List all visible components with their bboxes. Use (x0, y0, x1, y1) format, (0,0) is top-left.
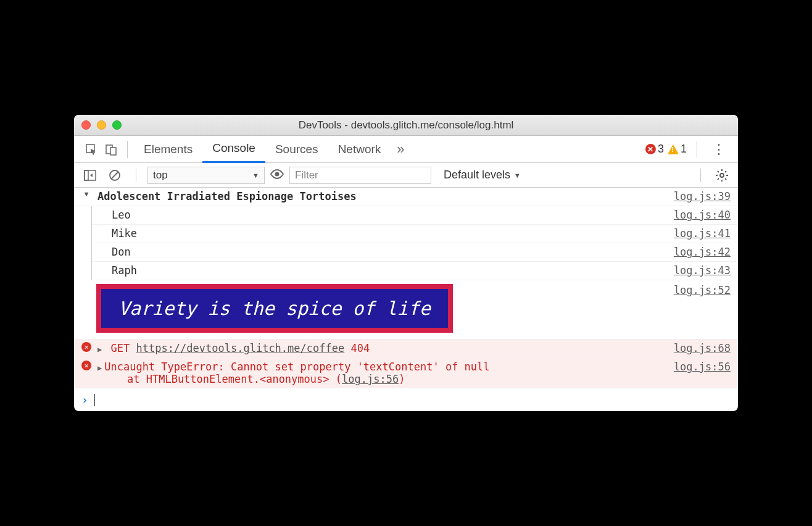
console-settings-icon[interactable] (712, 165, 732, 185)
levels-label: Default levels (444, 169, 510, 182)
log-message: Raph (109, 264, 666, 277)
console-toolbar: top ▼ Default levels ▼ (74, 163, 738, 188)
warning-count: 1 (681, 143, 687, 156)
log-message: Leo (109, 209, 666, 221)
prompt-caret-icon: › (81, 393, 88, 406)
window-title: DevTools - devtools.glitch.me/console/lo… (74, 119, 738, 132)
console-output: ▼ Adolescent Irradiated Espionage Tortoi… (74, 188, 738, 411)
log-levels-selector[interactable]: Default levels ▼ (444, 169, 521, 182)
text-cursor (94, 394, 95, 406)
divider (700, 169, 701, 182)
window-close-button[interactable] (81, 120, 91, 130)
window-titlebar: DevTools - devtools.glitch.me/console/lo… (74, 115, 738, 136)
console-log-row: Raph log.js:43 (92, 262, 738, 280)
tab-console[interactable]: Console (202, 136, 265, 163)
chevron-down-icon: ▼ (252, 172, 259, 179)
svg-rect-2 (110, 148, 116, 155)
tab-sources[interactable]: Sources (265, 136, 328, 163)
stack-suffix: ) (399, 373, 405, 385)
more-tabs-icon[interactable]: » (391, 140, 410, 159)
warning-count-badge[interactable]: 1 (668, 143, 687, 156)
error-message: ▶ GET https://devtools.glitch.me/coffee … (95, 342, 666, 354)
disclosure-triangle-icon[interactable]: ▶ (97, 345, 102, 354)
error-icon: ✕ (81, 361, 91, 370)
request-url[interactable]: https://devtools.glitch.me/coffee (136, 342, 344, 354)
divider (697, 141, 697, 158)
source-link[interactable]: log.js:40 (666, 209, 731, 221)
error-icon: ✕ (645, 144, 656, 154)
console-log-row: Leo log.js:40 (92, 206, 738, 225)
console-log-row: Mike log.js:41 (92, 225, 738, 243)
filter-input[interactable] (289, 167, 431, 184)
settings-menu-icon[interactable]: ⋮ (707, 141, 731, 157)
context-value: top (153, 169, 168, 182)
toggle-console-sidebar-icon[interactable] (80, 165, 100, 185)
error-icon: ✕ (81, 342, 91, 352)
source-link[interactable]: log.js:39 (666, 190, 731, 202)
divider (127, 141, 128, 158)
console-group-body: Leo log.js:40 Mike log.js:41 Don log.js:… (74, 206, 738, 280)
error-count: 3 (658, 143, 664, 156)
svg-rect-4 (85, 170, 88, 180)
svg-point-7 (275, 172, 280, 177)
group-title: Adolescent Irradiated Espionage Tortoise… (95, 190, 666, 202)
devtools-window: DevTools - devtools.glitch.me/console/lo… (74, 115, 738, 411)
console-log-row: Don log.js:42 (92, 243, 738, 262)
stack-frame: at HTMLButtonElement.<anonymous> (log.js… (97, 373, 666, 385)
clear-console-icon[interactable] (105, 165, 125, 185)
source-link[interactable]: log.js:52 (674, 284, 731, 333)
console-prompt[interactable]: › (74, 388, 738, 411)
console-exception-row: ✕ ▶Uncaught TypeError: Cannot set proper… (74, 358, 738, 388)
inspect-element-icon[interactable] (81, 140, 101, 159)
live-expression-icon[interactable] (270, 168, 284, 182)
styled-log-message: Variety is the spice of life (96, 284, 453, 333)
window-traffic-lights (81, 120, 122, 130)
exception-message: Uncaught TypeError: Cannot set property … (104, 361, 489, 373)
exception-message-block: ▶Uncaught TypeError: Cannot set property… (95, 361, 666, 385)
source-link[interactable]: log.js:43 (666, 264, 731, 277)
disclosure-triangle-icon[interactable]: ▶ (97, 364, 102, 372)
tab-network[interactable]: Network (328, 136, 391, 163)
console-styled-row: Variety is the spice of life log.js:52 (74, 280, 738, 340)
source-link[interactable]: log.js:41 (666, 227, 731, 240)
chevron-down-icon: ▼ (514, 172, 521, 179)
source-link[interactable]: log.js:42 (666, 246, 731, 258)
log-message: Don (109, 246, 666, 258)
window-minimize-button[interactable] (97, 120, 106, 130)
console-network-error-row: ✕ ▶ GET https://devtools.glitch.me/coffe… (74, 340, 738, 358)
svg-line-6 (111, 172, 118, 179)
stack-source-link[interactable]: log.js:56 (342, 373, 399, 385)
http-method: GET (110, 342, 130, 354)
group-rail (80, 206, 92, 280)
error-count-badge[interactable]: ✕ 3 (645, 143, 664, 156)
stack-prefix: at HTMLButtonElement.<anonymous> ( (127, 373, 342, 385)
source-link[interactable]: log.js:68 (666, 342, 731, 354)
http-status: 404 (350, 342, 370, 354)
svg-point-8 (720, 173, 724, 177)
context-selector[interactable]: top ▼ (147, 167, 265, 184)
toggle-device-toolbar-icon[interactable] (101, 140, 121, 159)
divider (136, 169, 136, 182)
tab-elements[interactable]: Elements (134, 136, 202, 163)
console-group-header[interactable]: ▼ Adolescent Irradiated Espionage Tortoi… (74, 188, 738, 206)
source-link[interactable]: log.js:56 (666, 361, 731, 373)
devtools-tabbar: Elements Console Sources Network » ✕ 3 1… (74, 136, 738, 163)
warning-icon (668, 144, 679, 154)
disclosure-triangle-icon[interactable]: ▼ (85, 190, 89, 198)
log-message: Mike (109, 227, 666, 240)
window-zoom-button[interactable] (112, 120, 122, 130)
